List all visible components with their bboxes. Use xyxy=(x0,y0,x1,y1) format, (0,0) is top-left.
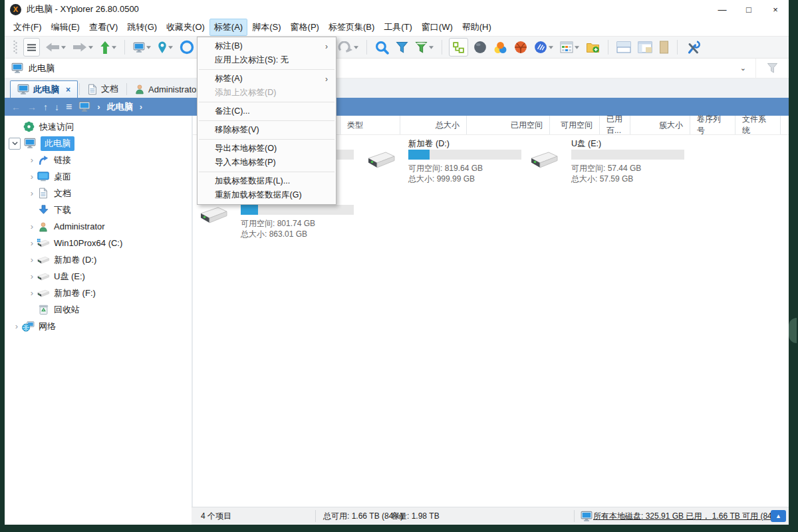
preview-panel-button[interactable] xyxy=(658,38,670,57)
tools-button[interactable] xyxy=(684,38,702,57)
visual-filter-button[interactable] xyxy=(414,38,435,57)
address-filter-icon[interactable] xyxy=(756,63,789,74)
forward-button[interactable] xyxy=(71,38,94,57)
status-collapse-button[interactable]: ▲ xyxy=(771,510,786,522)
expander-collapsed-icon[interactable]: › xyxy=(27,221,37,231)
tab-close-icon[interactable]: × xyxy=(66,85,70,94)
column-header-总大小[interactable]: 总大小 xyxy=(400,116,467,134)
expander-collapsed-icon[interactable]: › xyxy=(27,255,37,265)
location-pin-button[interactable] xyxy=(156,38,174,57)
menubar-item[interactable]: 窗口(W) xyxy=(418,19,457,35)
tab-Administrator[interactable]: Administrator xyxy=(128,80,206,98)
menubar-item[interactable]: 标签(A) xyxy=(210,19,247,35)
tab-此电脑[interactable]: 此电脑× xyxy=(10,80,78,98)
ball-button[interactable] xyxy=(513,38,529,57)
column-header-可用空间[interactable]: 可用空间 xyxy=(550,116,600,134)
crumb-menu-icon[interactable]: ≡ xyxy=(66,101,72,113)
grip-handle[interactable] xyxy=(11,38,19,57)
menu-item-重新加载标签数据库(G)[interactable]: 重新加载标签数据库(G) xyxy=(198,188,336,202)
dropdown-chevron-icon[interactable] xyxy=(575,46,579,49)
menu-item-导入本地标签(P)[interactable]: 导入本地标签(P) xyxy=(198,156,336,170)
column-header-已用百...[interactable]: 已用百... xyxy=(600,116,630,134)
tree-item-网络[interactable]: ›网络 xyxy=(5,318,192,334)
menubar-item[interactable]: 跳转(G) xyxy=(123,19,161,35)
menubar-item[interactable]: 收藏夹(O) xyxy=(162,19,209,35)
address-dropdown-chevron[interactable]: ⌄ xyxy=(731,64,755,72)
dropdown-chevron-icon[interactable] xyxy=(61,46,66,49)
menubar-item[interactable]: 工具(T) xyxy=(380,19,416,35)
menubar-item[interactable]: 脚本(S) xyxy=(248,19,285,35)
menubar-item[interactable]: 帮助(H) xyxy=(458,19,495,35)
badge-button[interactable] xyxy=(533,38,555,57)
crumb-forward-icon[interactable]: → xyxy=(27,102,37,112)
column-header-卷序列号[interactable]: 卷序列号 xyxy=(690,116,735,134)
up-button[interactable] xyxy=(98,38,118,57)
tree-item-快速访问[interactable]: 快速访问 xyxy=(5,118,192,135)
menu-item-标注(B)[interactable]: 标注(B)› xyxy=(198,39,336,53)
dropdown-chevron-icon[interactable] xyxy=(88,46,93,49)
tree-item-桌面[interactable]: ›桌面 xyxy=(5,168,192,185)
minimize-button[interactable]: — xyxy=(709,0,735,19)
desktop-slideout-handle[interactable] xyxy=(789,318,797,343)
expander-open-icon[interactable] xyxy=(9,138,21,150)
tree-item-新加卷 (F:)[interactable]: ›新加卷 (F:) xyxy=(5,285,192,301)
dropdown-chevron-icon[interactable] xyxy=(549,46,553,49)
address-bar[interactable]: 此电脑 ⌄ xyxy=(5,59,789,78)
crumb-monitor-icon[interactable] xyxy=(78,101,90,112)
menubar-item[interactable]: 查看(V) xyxy=(85,19,122,35)
tree-item-新加卷 (D:)[interactable]: ›新加卷 (D:) xyxy=(5,251,192,268)
column-header-文件系统[interactable]: 文件系统 xyxy=(735,116,781,134)
tree-item-Administrator[interactable]: ›Administrator xyxy=(5,218,192,235)
tree-item-U盘 (E:)[interactable]: ›U盘 (E:) xyxy=(5,268,192,285)
column-header-已用空间[interactable]: 已用空间 xyxy=(467,116,550,134)
menu-item-备注(C)...[interactable]: 备注(C)... xyxy=(198,104,336,118)
dropdown-chevron-icon[interactable] xyxy=(168,46,173,49)
menu-item-移除标签(V)[interactable]: 移除标签(V) xyxy=(198,123,336,137)
tree-item-回收站[interactable]: 回收站 xyxy=(5,301,192,318)
panes-layout-button[interactable] xyxy=(636,38,654,57)
report-grid-button[interactable] xyxy=(559,38,581,57)
expander-collapsed-icon[interactable]: › xyxy=(27,288,37,298)
tree-item-下载[interactable]: 下载 xyxy=(5,201,192,218)
tree-item-此电脑[interactable]: 此电脑 xyxy=(5,135,192,152)
tree-item-文档[interactable]: ›文档 xyxy=(5,185,192,201)
crumb-back-icon[interactable]: ← xyxy=(11,102,21,112)
column-header-簇大小[interactable]: 簇大小 xyxy=(630,116,690,134)
menubar-item[interactable]: 窗格(P) xyxy=(287,19,323,35)
color-filter-button[interactable] xyxy=(492,38,509,57)
sphere-button[interactable] xyxy=(472,38,488,57)
breadcrumb-path[interactable]: 此电脑 xyxy=(107,101,133,113)
crumb-up-icon[interactable]: ↑ xyxy=(43,102,48,112)
dropdown-chevron-icon[interactable] xyxy=(354,46,358,49)
expander-collapsed-icon[interactable]: › xyxy=(27,172,37,182)
tab-文档[interactable]: 文档 xyxy=(81,80,125,98)
menubar-item[interactable]: 文件(F) xyxy=(9,19,46,35)
drive-tile-U盘 (E:)[interactable]: U盘 (E:)可用空间: 57.44 GB总大小: 57.59 GB xyxy=(529,138,688,189)
column-header-类型[interactable]: 类型 xyxy=(340,116,400,134)
dropdown-chevron-icon[interactable] xyxy=(146,46,151,49)
this-pc-button[interactable] xyxy=(132,38,152,57)
crumb-down-icon[interactable]: ↓ xyxy=(55,102,59,112)
main-menu-button[interactable] xyxy=(23,38,40,57)
expander-collapsed-icon[interactable]: › xyxy=(27,188,37,198)
expander-collapsed-icon[interactable]: › xyxy=(27,155,37,165)
tree-item-链接[interactable]: ›链接 xyxy=(5,152,192,168)
tree-item-Win10Prox64 (C:)[interactable]: ›Win10Prox64 (C:) xyxy=(5,235,192,251)
dropdown-chevron-icon[interactable] xyxy=(429,46,434,49)
menu-item-应用上次标注(S): 无[interactable]: 应用上次标注(S): 无 xyxy=(198,53,336,67)
menu-item-导出本地标签(O)[interactable]: 导出本地标签(O) xyxy=(198,142,336,156)
dropdown-chevron-icon[interactable] xyxy=(112,46,116,49)
maximize-button[interactable]: □ xyxy=(735,0,762,19)
expander-collapsed-icon[interactable]: › xyxy=(27,271,37,281)
expander-collapsed-icon[interactable]: › xyxy=(12,321,21,331)
filter-button[interactable] xyxy=(394,38,410,57)
new-folder-button[interactable] xyxy=(585,38,601,57)
search-button[interactable] xyxy=(374,38,390,57)
drive-tile-新加卷 (D:)[interactable]: 新加卷 (D:)可用空间: 819.64 GB总大小: 999.99 GB xyxy=(366,138,525,189)
menu-item-加载标签数据库(L)...[interactable]: 加载标签数据库(L)... xyxy=(198,174,336,188)
redo-button[interactable] xyxy=(336,38,360,57)
split-horizontal-button[interactable] xyxy=(615,38,632,57)
status-all-disks[interactable]: 所有本地磁盘: 325.91 GB 已用， 1.66 TB 可用 (84%) xyxy=(593,507,781,525)
menubar-item[interactable]: 标签页集(B) xyxy=(325,19,378,35)
menubar-item[interactable]: 编辑(E) xyxy=(47,19,84,35)
